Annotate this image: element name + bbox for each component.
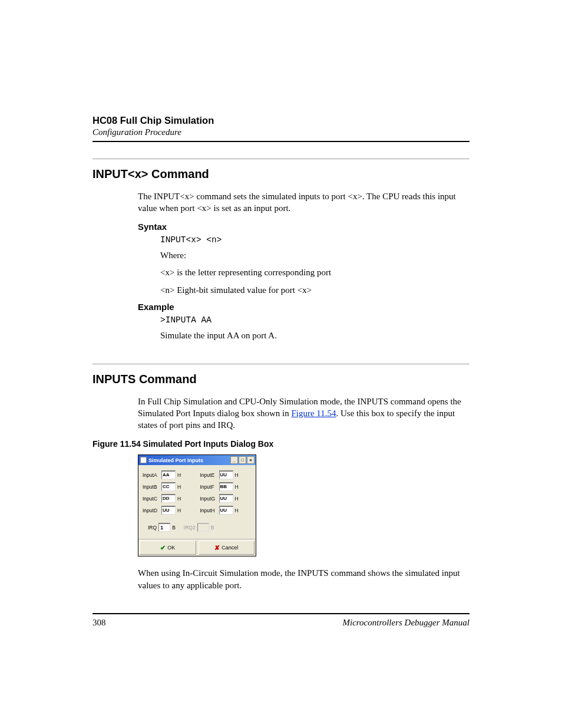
irq-label: IRQ	[148, 525, 157, 531]
inputh-row: InputH UU H	[200, 506, 252, 515]
inputg-label: InputG	[200, 496, 217, 502]
inputd-label: InputD	[143, 508, 160, 513]
inputs-post-text: When using In-Circuit Simulation mode, t…	[138, 567, 470, 591]
simulated-port-inputs-dialog: Simulated Port Inputs _ □ × InputA AA H	[138, 454, 256, 556]
inputh-label: InputH	[200, 508, 217, 513]
page-footer: 308 Microcontrollers Debugger Manual	[92, 608, 470, 628]
ok-label: OK	[167, 545, 175, 551]
example-code: >INPUTA AA	[160, 315, 470, 325]
inputa-suffix: H	[177, 472, 181, 478]
example-heading: Example	[138, 302, 470, 312]
maximize-button[interactable]: □	[239, 456, 246, 464]
where-n: <n> Eight-bit simulated value for port <…	[160, 284, 470, 297]
close-button[interactable]: ×	[247, 456, 254, 464]
doc-subtitle: Configuration Procedure	[92, 127, 470, 137]
cancel-label: Cancel	[222, 545, 238, 551]
irq-row: IRQ 1 B	[148, 523, 176, 532]
inputf-field[interactable]: BB	[219, 482, 233, 491]
inputg-suffix: H	[235, 496, 239, 502]
inputd-suffix: H	[177, 508, 181, 513]
inputa-field[interactable]: AA	[161, 470, 176, 479]
section-rule	[92, 159, 470, 159]
irq2-field	[197, 523, 209, 532]
figure-link[interactable]: Figure 11.54	[291, 409, 336, 418]
inputf-suffix: H	[235, 484, 239, 490]
manual-name: Microcontrollers Debugger Manual	[342, 618, 470, 628]
footer-rule	[92, 613, 470, 614]
dialog-title: Simulated Port Inputs	[148, 457, 203, 463]
inputh-suffix: H	[235, 508, 239, 513]
inputc-row: InputC DD H	[143, 494, 194, 503]
section-rule	[92, 364, 470, 364]
inputc-label: InputC	[143, 496, 160, 502]
inputc-suffix: H	[177, 496, 181, 502]
irq2-row: IRQ2 B	[184, 523, 214, 532]
irq-suffix: B	[172, 525, 176, 531]
irq2-label: IRQ2	[184, 525, 196, 531]
inputb-field[interactable]: CC	[161, 482, 176, 491]
minimize-button[interactable]: _	[230, 456, 238, 464]
inpute-row: InputE UU H	[200, 470, 252, 479]
inputb-row: InputB CC H	[143, 482, 194, 491]
inputh-field[interactable]: UU	[219, 506, 233, 515]
section-heading-inputs: INPUTS Command	[92, 373, 470, 386]
header-rule	[92, 141, 470, 142]
syntax-heading: Syntax	[138, 222, 470, 232]
inputf-row: InputF BB H	[200, 482, 252, 491]
inputf-label: InputF	[200, 484, 217, 490]
x-icon: ✘	[214, 544, 220, 552]
irq2-suffix: B	[211, 525, 214, 531]
section-heading-inputx: INPUT<x> Command	[92, 167, 470, 181]
inputa-label: InputA	[143, 472, 160, 478]
inputc-field[interactable]: DD	[161, 494, 176, 503]
window-icon	[140, 457, 147, 463]
inputx-intro: The INPUT<x> command sets the simulated …	[138, 190, 470, 215]
irq-field[interactable]: 1	[158, 523, 170, 532]
where-label: Where:	[160, 249, 470, 262]
inputb-label: InputB	[143, 484, 160, 490]
inpute-field[interactable]: UU	[219, 470, 233, 479]
inputd-field[interactable]: UU	[161, 506, 176, 515]
inputg-row: InputG UU H	[200, 494, 252, 503]
cancel-button[interactable]: ✘ Cancel	[199, 541, 255, 555]
inpute-suffix: H	[235, 472, 239, 478]
example-desc: Simulate the input AA on port A.	[160, 330, 470, 342]
where-x: <x> is the letter representing correspon…	[160, 266, 470, 279]
inputg-field[interactable]: UU	[219, 494, 233, 503]
inputb-suffix: H	[177, 484, 181, 490]
dialog-titlebar: Simulated Port Inputs _ □ ×	[138, 455, 256, 465]
doc-title: HC08 Full Chip Simulation	[92, 115, 470, 126]
inputd-row: InputD UU H	[143, 506, 194, 515]
inpute-label: InputE	[200, 472, 217, 478]
page-header: HC08 Full Chip Simulation Configuration …	[92, 115, 470, 142]
inputs-intro: In Full Chip Simulation and CPU-Only Sim…	[138, 396, 470, 431]
page-number: 308	[92, 618, 106, 628]
ok-button[interactable]: ✔ OK	[140, 541, 196, 555]
inputa-row: InputA AA H	[143, 470, 194, 479]
figure-caption: Figure 11.54 Simulated Port Inputs Dialo…	[92, 439, 470, 449]
check-icon: ✔	[160, 544, 166, 552]
syntax-code: INPUT<x> <n>	[160, 235, 470, 245]
